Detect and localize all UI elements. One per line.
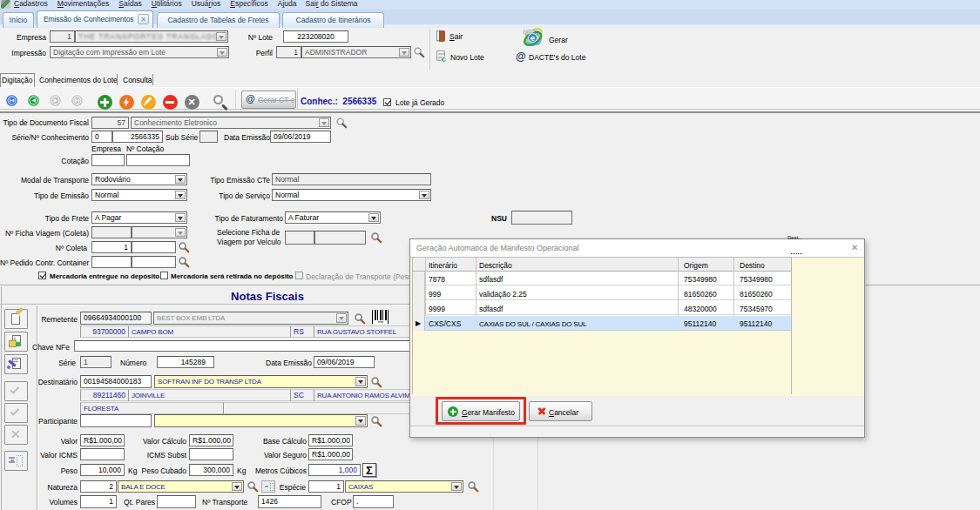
svg-text:MDF: MDF bbox=[523, 29, 536, 35]
